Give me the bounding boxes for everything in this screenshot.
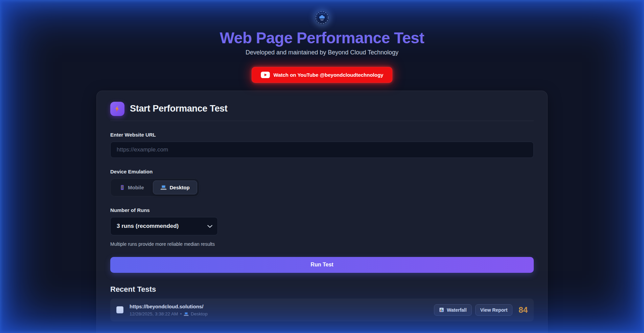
waterfall-button[interactable]: Waterfall bbox=[434, 304, 472, 316]
runs-select-wrap: 3 runs (recommended) bbox=[110, 217, 218, 235]
page-header: Web Page Performance Test Developed and … bbox=[96, 10, 548, 83]
runs-label: Number of Runs bbox=[110, 207, 534, 213]
brand-logo-icon bbox=[315, 10, 329, 25]
test-actions: Waterfall View Report 84 bbox=[434, 304, 528, 316]
test-device: Desktop bbox=[191, 311, 208, 316]
lightning-icon bbox=[110, 102, 124, 116]
test-meta: 12/28/2025, 3:38:22 AM • Desktop bbox=[130, 311, 434, 316]
runs-help-text: Multiple runs provide more reliable medi… bbox=[110, 241, 534, 247]
view-report-button[interactable]: View Report bbox=[475, 304, 513, 316]
device-option-mobile[interactable]: Mobile bbox=[112, 181, 152, 194]
test-score: 84 bbox=[519, 305, 528, 315]
recent-tests-heading: Recent Tests bbox=[110, 285, 534, 294]
url-input[interactable] bbox=[110, 142, 534, 158]
page-subtitle: Developed and maintained by Beyond Cloud… bbox=[96, 49, 548, 56]
card-title: Start Performance Test bbox=[130, 103, 228, 114]
url-field: Enter Website URL bbox=[110, 132, 534, 158]
bar-chart-icon bbox=[439, 307, 444, 312]
device-label: Device Emulation bbox=[110, 169, 534, 174]
laptop-icon bbox=[160, 185, 167, 190]
youtube-icon bbox=[261, 72, 270, 78]
run-test-button[interactable]: Run Test bbox=[110, 257, 534, 273]
page-title: Web Page Performance Test bbox=[96, 29, 548, 47]
page-content: Web Page Performance Test Developed and … bbox=[96, 0, 548, 333]
runs-field: Number of Runs 3 runs (recommended) Mult… bbox=[110, 207, 534, 247]
device-field: Device Emulation bbox=[110, 169, 534, 196]
performance-test-card: Start Performance Test Enter Website URL… bbox=[96, 91, 548, 333]
url-label: Enter Website URL bbox=[110, 132, 534, 138]
test-timestamp: 12/28/2025, 3:38:22 AM bbox=[130, 311, 178, 316]
youtube-button-label: Watch on YouTube @beyondcloudtechnology bbox=[274, 72, 384, 78]
card-header: Start Performance Test bbox=[110, 102, 534, 116]
runs-select[interactable]: 3 runs (recommended) bbox=[110, 217, 218, 235]
youtube-button[interactable]: Watch on YouTube @beyondcloudtechnology bbox=[252, 67, 393, 83]
waterfall-button-label: Waterfall bbox=[447, 307, 467, 313]
device-option-mobile-label: Mobile bbox=[128, 185, 144, 190]
laptop-icon bbox=[184, 312, 189, 316]
device-option-desktop[interactable]: Desktop bbox=[153, 181, 197, 194]
test-info: https://beyondcloud.solutions/ 12/28/202… bbox=[130, 304, 434, 316]
divider bbox=[110, 121, 534, 121]
recent-test-row: https://beyondcloud.solutions/ 12/28/202… bbox=[110, 299, 534, 322]
mobile-phone-icon bbox=[120, 185, 125, 190]
test-checkbox[interactable] bbox=[116, 306, 123, 313]
device-toggle-group: Mobile Desktop bbox=[110, 179, 199, 196]
device-option-desktop-label: Desktop bbox=[170, 185, 190, 190]
test-url: https://beyondcloud.solutions/ bbox=[130, 304, 434, 309]
meta-separator: • bbox=[180, 311, 182, 316]
